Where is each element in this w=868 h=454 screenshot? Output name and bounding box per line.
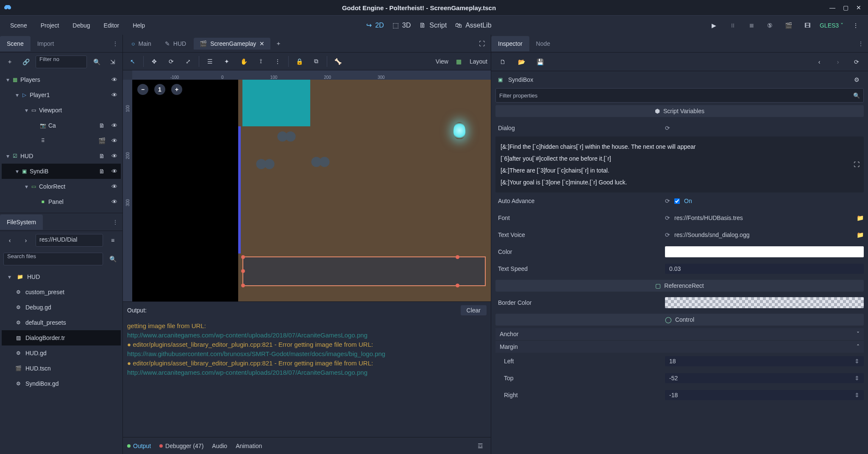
- visibility-icon[interactable]: 👁: [108, 180, 121, 193]
- lock-icon[interactable]: 🔒: [293, 55, 306, 68]
- dock-menu-icon[interactable]: ⋮: [854, 40, 868, 47]
- fs-item[interactable]: ⚙HUD.gd: [2, 345, 121, 361]
- pan-tool-icon[interactable]: ✋: [237, 55, 250, 68]
- workspace-script[interactable]: 🗎 Script: [419, 22, 447, 29]
- distraction-free-icon[interactable]: ⛶: [476, 37, 488, 50]
- margin-left-input[interactable]: 18⇕: [665, 356, 864, 366]
- fs-item[interactable]: ▾📁HUD: [2, 269, 121, 284]
- visibility-icon[interactable]: 👁: [108, 165, 121, 178]
- minimize-icon[interactable]: —: [829, 4, 835, 11]
- expand-icon[interactable]: ⛶: [854, 159, 860, 170]
- play-icon[interactable]: ▶: [708, 19, 721, 32]
- zoom-in-icon[interactable]: +: [171, 84, 182, 95]
- tree-node[interactable]: ⠿🎬👁: [2, 133, 121, 148]
- menu-help[interactable]: Help: [128, 19, 150, 31]
- view-menu[interactable]: View: [436, 58, 448, 65]
- history-fwd-icon[interactable]: ›: [832, 56, 844, 68]
- section-script-variables[interactable]: ⬢ Script Variables: [495, 105, 864, 117]
- scene-tab[interactable]: ✎HUD: [159, 38, 192, 50]
- visibility-icon[interactable]: 👁: [108, 134, 121, 147]
- bottom-tab[interactable]: Audio: [212, 443, 227, 449]
- fold-anchor[interactable]: Anchor˅: [495, 328, 864, 340]
- menu-debug[interactable]: Debug: [67, 19, 95, 31]
- margin-right-input[interactable]: -18⇕: [665, 390, 864, 400]
- inspector-filter-input[interactable]: Filter properties 🔍: [495, 88, 864, 103]
- layout-menu[interactable]: Layout: [470, 58, 487, 65]
- bottom-tab[interactable]: Output: [127, 443, 151, 449]
- bordercolor-picker[interactable]: [665, 297, 864, 308]
- open-resource-icon[interactable]: 📂: [515, 56, 528, 68]
- history-back-icon[interactable]: ‹: [813, 56, 826, 68]
- font-value[interactable]: res://Fonts/HUDBasis.tres: [674, 214, 743, 221]
- tab-scene[interactable]: Scene: [0, 36, 31, 51]
- close-icon[interactable]: ✕: [856, 4, 861, 11]
- fs-path-input[interactable]: res://HUD/Dial: [36, 234, 103, 247]
- fs-back-icon[interactable]: ‹: [3, 234, 16, 247]
- tree-node[interactable]: ■Panel👁: [2, 194, 121, 209]
- ruler-tool-icon[interactable]: ⟟: [254, 55, 267, 68]
- history-menu-icon[interactable]: ⟳: [850, 56, 863, 68]
- autoadvance-checkbox[interactable]: [674, 198, 680, 204]
- textvoice-value[interactable]: res://Sounds/snd_dialog.ogg: [674, 231, 749, 238]
- pivot-icon[interactable]: ✦: [220, 55, 233, 68]
- tab-node[interactable]: Node: [529, 36, 557, 51]
- zoom-out-icon[interactable]: −: [137, 84, 148, 95]
- tree-node[interactable]: ▾☑HUD🗎👁: [2, 148, 121, 164]
- menu-project[interactable]: Project: [36, 19, 64, 31]
- tree-node[interactable]: ▾▦Players👁: [2, 72, 121, 87]
- reload-icon[interactable]: ⟳: [665, 214, 670, 221]
- scene-icon[interactable]: 🎬: [95, 134, 108, 147]
- fs-item[interactable]: ⚙default_presets: [2, 315, 121, 330]
- rotate-tool-icon[interactable]: ⟳: [165, 55, 178, 68]
- scene-tab[interactable]: ○Main: [125, 38, 157, 50]
- fs-forward-icon[interactable]: ›: [19, 234, 32, 247]
- add-node-icon[interactable]: ＋: [3, 56, 16, 68]
- play-scene-icon[interactable]: 🎬: [782, 19, 795, 32]
- selection-rect[interactable]: [242, 256, 486, 286]
- web-export-icon[interactable]: ⑤: [764, 19, 776, 32]
- tree-node[interactable]: ▾▭ColorRect👁: [2, 179, 121, 194]
- search-icon[interactable]: 🔍: [90, 56, 103, 68]
- fs-item[interactable]: ⚙custom_preset: [2, 284, 121, 300]
- color-picker[interactable]: [665, 246, 864, 257]
- script-icon[interactable]: 🗎: [95, 150, 108, 162]
- maximize-icon[interactable]: ▢: [843, 4, 849, 11]
- play-custom-icon[interactable]: 🎞: [801, 19, 814, 32]
- new-resource-icon[interactable]: 🗋: [496, 56, 509, 68]
- visibility-icon[interactable]: 👁: [108, 119, 121, 132]
- link-icon[interactable]: 🔗: [19, 56, 32, 68]
- zoom-reset-icon[interactable]: 1: [154, 84, 165, 95]
- dialog-textarea[interactable]: ⛶ [&:]Find the [`c]hidden chairs[`r] wit…: [495, 136, 864, 192]
- visibility-icon[interactable]: 👁: [108, 195, 121, 208]
- section-control[interactable]: ◯ Control: [495, 314, 864, 326]
- script-icon[interactable]: 🗎: [95, 165, 108, 178]
- select-tool-icon[interactable]: ↖: [126, 55, 139, 68]
- folder-icon[interactable]: 📁: [857, 214, 864, 221]
- canvas[interactable]: − 1 +: [132, 80, 491, 301]
- tab-import[interactable]: Import: [31, 36, 61, 51]
- textspeed-input[interactable]: 0.03: [665, 264, 864, 274]
- pause-icon[interactable]: ⏸: [726, 19, 739, 32]
- margin-top-input[interactable]: -52⇕: [665, 373, 864, 383]
- move-tool-icon[interactable]: ✥: [148, 55, 161, 68]
- visibility-icon[interactable]: 👁: [108, 73, 121, 86]
- bottom-tab[interactable]: Debugger (47): [159, 443, 203, 449]
- fold-margin[interactable]: Margin˄: [495, 341, 864, 353]
- fs-item[interactable]: ⚙Debug.gd: [2, 300, 121, 315]
- add-scene-icon[interactable]: ＋: [272, 37, 285, 50]
- save-resource-icon[interactable]: 💾: [534, 56, 546, 68]
- tree-node[interactable]: 📷Ca🗎👁: [2, 118, 121, 133]
- tree-node[interactable]: ▾▷Player1👁: [2, 87, 121, 103]
- viewport-2d[interactable]: -1000100200300 100 200 300 − 1 +: [123, 70, 491, 301]
- reload-icon[interactable]: ⟳: [665, 231, 670, 238]
- menu-icon[interactable]: ⋮: [849, 19, 862, 32]
- stop-icon[interactable]: ⏹: [745, 19, 758, 32]
- script-icon[interactable]: 🗎: [95, 119, 108, 132]
- workspace-3d[interactable]: ⬚ 3D: [392, 21, 411, 29]
- visibility-icon[interactable]: 👁: [108, 150, 121, 162]
- scene-tab[interactable]: 🎬ScreenGameplay✕: [194, 38, 270, 50]
- visibility-icon[interactable]: 👁: [108, 89, 121, 101]
- workspace-assetlib[interactable]: 🛍 AssetLib: [455, 22, 491, 29]
- fs-item[interactable]: ⚙SyndiBox.gd: [2, 376, 121, 391]
- tab-inspector[interactable]: Inspector: [491, 36, 529, 51]
